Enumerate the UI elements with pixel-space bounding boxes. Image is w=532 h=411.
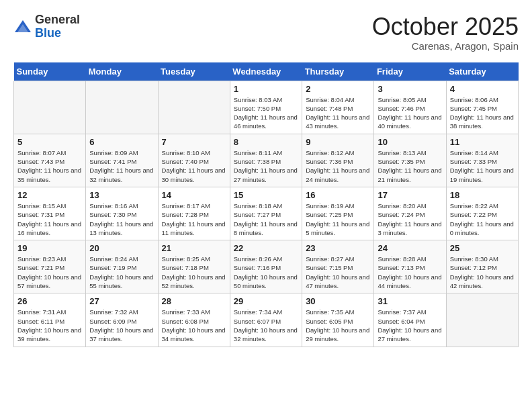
calendar-week-row: 1Sunrise: 8:03 AMSunset: 7:50 PMDaylight… <box>14 81 519 134</box>
day-number: 13 <box>89 190 154 200</box>
day-number: 8 <box>234 137 298 147</box>
weekday-header-saturday: Saturday <box>446 62 518 81</box>
day-cell-28: 28Sunrise: 7:33 AMSunset: 6:08 PMDayligh… <box>158 293 230 347</box>
day-number: 6 <box>89 137 154 147</box>
day-number: 4 <box>450 84 515 94</box>
day-info: Sunrise: 8:19 AMSunset: 7:25 PMDaylight:… <box>306 201 370 237</box>
day-cell-12: 12Sunrise: 8:15 AMSunset: 7:31 PMDayligh… <box>14 187 86 240</box>
weekday-header-tuesday: Tuesday <box>158 62 230 81</box>
day-info: Sunrise: 8:17 AMSunset: 7:28 PMDaylight:… <box>162 201 226 237</box>
day-info: Sunrise: 8:14 AMSunset: 7:33 PMDaylight:… <box>450 148 515 184</box>
day-number: 31 <box>378 296 442 306</box>
day-cell-22: 22Sunrise: 8:26 AMSunset: 7:16 PMDayligh… <box>230 240 302 293</box>
day-number: 9 <box>306 137 370 147</box>
day-cell-14: 14Sunrise: 8:17 AMSunset: 7:28 PMDayligh… <box>158 187 230 240</box>
day-number: 20 <box>89 243 154 253</box>
logo-general-text: General <box>35 13 80 27</box>
day-number: 2 <box>306 84 370 94</box>
day-info: Sunrise: 8:25 AMSunset: 7:18 PMDaylight:… <box>162 255 226 290</box>
calendar-week-row: 26Sunrise: 7:31 AMSunset: 6:11 PMDayligh… <box>14 293 519 347</box>
day-cell-4: 4Sunrise: 8:06 AMSunset: 7:45 PMDaylight… <box>446 81 518 134</box>
day-number: 3 <box>378 84 442 94</box>
day-number: 23 <box>306 243 370 253</box>
day-info: Sunrise: 8:30 AMSunset: 7:12 PMDaylight:… <box>450 255 515 290</box>
day-info: Sunrise: 8:09 AMSunset: 7:41 PMDaylight:… <box>89 148 154 184</box>
calendar-week-row: 19Sunrise: 8:23 AMSunset: 7:21 PMDayligh… <box>14 240 519 293</box>
day-number: 29 <box>234 296 298 306</box>
day-info: Sunrise: 7:35 AMSunset: 6:05 PMDaylight:… <box>306 308 370 343</box>
day-cell-2: 2Sunrise: 8:04 AMSunset: 7:48 PMDaylight… <box>302 81 374 134</box>
day-info: Sunrise: 8:15 AMSunset: 7:31 PMDaylight:… <box>17 201 82 237</box>
day-info: Sunrise: 8:11 AMSunset: 7:38 PMDaylight:… <box>234 148 298 184</box>
page-header: General Blue October 2025 Carenas, Arago… <box>13 13 519 52</box>
calendar-table: SundayMondayTuesdayWednesdayThursdayFrid… <box>13 62 519 347</box>
day-number: 15 <box>234 190 298 200</box>
day-info: Sunrise: 8:03 AMSunset: 7:50 PMDaylight:… <box>234 95 298 131</box>
weekday-header-monday: Monday <box>86 62 158 81</box>
day-cell-30: 30Sunrise: 7:35 AMSunset: 6:05 PMDayligh… <box>302 293 374 347</box>
day-number: 30 <box>306 296 370 306</box>
day-info: Sunrise: 8:12 AMSunset: 7:36 PMDaylight:… <box>306 148 370 184</box>
weekday-header-sunday: Sunday <box>14 62 86 81</box>
day-number: 24 <box>378 243 442 253</box>
day-info: Sunrise: 8:13 AMSunset: 7:35 PMDaylight:… <box>378 148 442 184</box>
day-info: Sunrise: 8:23 AMSunset: 7:21 PMDaylight:… <box>17 255 82 290</box>
day-number: 27 <box>89 296 154 306</box>
day-number: 10 <box>378 137 442 147</box>
logo: General Blue <box>13 13 80 40</box>
day-number: 16 <box>306 190 370 200</box>
day-info: Sunrise: 8:24 AMSunset: 7:19 PMDaylight:… <box>89 255 154 290</box>
empty-cell <box>446 293 518 347</box>
day-cell-24: 24Sunrise: 8:28 AMSunset: 7:13 PMDayligh… <box>374 240 446 293</box>
day-info: Sunrise: 7:32 AMSunset: 6:09 PMDaylight:… <box>89 308 154 343</box>
day-info: Sunrise: 8:18 AMSunset: 7:27 PMDaylight:… <box>234 201 298 237</box>
weekday-header-wednesday: Wednesday <box>230 62 302 81</box>
day-cell-31: 31Sunrise: 7:37 AMSunset: 6:04 PMDayligh… <box>374 293 446 347</box>
day-info: Sunrise: 8:22 AMSunset: 7:22 PMDaylight:… <box>450 201 515 237</box>
calendar-week-row: 5Sunrise: 8:07 AMSunset: 7:43 PMDaylight… <box>14 134 519 187</box>
day-number: 12 <box>17 190 82 200</box>
empty-cell <box>158 81 230 134</box>
day-cell-1: 1Sunrise: 8:03 AMSunset: 7:50 PMDaylight… <box>230 81 302 134</box>
day-info: Sunrise: 7:34 AMSunset: 6:07 PMDaylight:… <box>234 308 298 343</box>
logo-blue-text: Blue <box>35 27 80 40</box>
day-number: 11 <box>450 137 515 147</box>
day-info: Sunrise: 7:37 AMSunset: 6:04 PMDaylight:… <box>378 308 442 343</box>
day-cell-20: 20Sunrise: 8:24 AMSunset: 7:19 PMDayligh… <box>86 240 158 293</box>
day-cell-19: 19Sunrise: 8:23 AMSunset: 7:21 PMDayligh… <box>14 240 86 293</box>
day-cell-5: 5Sunrise: 8:07 AMSunset: 7:43 PMDaylight… <box>14 134 86 187</box>
calendar-week-row: 12Sunrise: 8:15 AMSunset: 7:31 PMDayligh… <box>14 187 519 240</box>
day-number: 18 <box>450 190 515 200</box>
day-cell-9: 9Sunrise: 8:12 AMSunset: 7:36 PMDaylight… <box>302 134 374 187</box>
day-info: Sunrise: 8:28 AMSunset: 7:13 PMDaylight:… <box>378 255 442 290</box>
day-info: Sunrise: 8:26 AMSunset: 7:16 PMDaylight:… <box>234 255 298 290</box>
day-cell-18: 18Sunrise: 8:22 AMSunset: 7:22 PMDayligh… <box>446 187 518 240</box>
day-cell-25: 25Sunrise: 8:30 AMSunset: 7:12 PMDayligh… <box>446 240 518 293</box>
day-info: Sunrise: 8:20 AMSunset: 7:24 PMDaylight:… <box>378 201 442 237</box>
day-info: Sunrise: 8:06 AMSunset: 7:45 PMDaylight:… <box>450 95 515 131</box>
day-info: Sunrise: 8:27 AMSunset: 7:15 PMDaylight:… <box>306 255 370 290</box>
weekday-header-friday: Friday <box>374 62 446 81</box>
day-cell-6: 6Sunrise: 8:09 AMSunset: 7:41 PMDaylight… <box>86 134 158 187</box>
day-number: 14 <box>162 190 226 200</box>
day-cell-26: 26Sunrise: 7:31 AMSunset: 6:11 PMDayligh… <box>14 293 86 347</box>
day-number: 7 <box>162 137 226 147</box>
day-info: Sunrise: 8:10 AMSunset: 7:40 PMDaylight:… <box>162 148 226 184</box>
weekday-header-row: SundayMondayTuesdayWednesdayThursdayFrid… <box>14 62 519 81</box>
day-cell-17: 17Sunrise: 8:20 AMSunset: 7:24 PMDayligh… <box>374 187 446 240</box>
location: Carenas, Aragon, Spain <box>372 40 519 52</box>
day-number: 21 <box>162 243 226 253</box>
day-number: 22 <box>234 243 298 253</box>
day-cell-11: 11Sunrise: 8:14 AMSunset: 7:33 PMDayligh… <box>446 134 518 187</box>
day-cell-29: 29Sunrise: 7:34 AMSunset: 6:07 PMDayligh… <box>230 293 302 347</box>
day-cell-8: 8Sunrise: 8:11 AMSunset: 7:38 PMDaylight… <box>230 134 302 187</box>
logo-icon <box>13 17 32 36</box>
day-number: 19 <box>17 243 82 253</box>
weekday-header-thursday: Thursday <box>302 62 374 81</box>
day-number: 17 <box>378 190 442 200</box>
day-number: 25 <box>450 243 515 253</box>
day-cell-15: 15Sunrise: 8:18 AMSunset: 7:27 PMDayligh… <box>230 187 302 240</box>
day-number: 5 <box>17 137 82 147</box>
day-info: Sunrise: 7:31 AMSunset: 6:11 PMDaylight:… <box>17 308 82 343</box>
empty-cell <box>86 81 158 134</box>
